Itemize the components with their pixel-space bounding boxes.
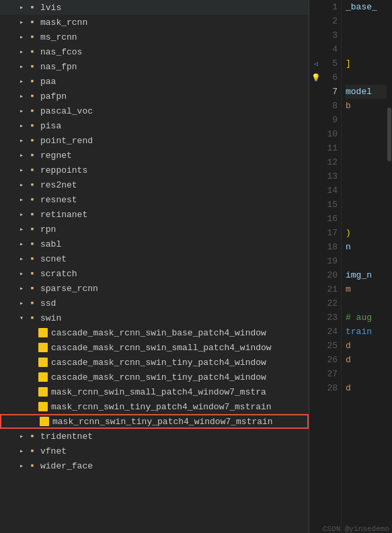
gutter-line-1	[309, 0, 323, 14]
item-label: cascade_mask_rcnn_swin_tiny_patch4_windo…	[51, 358, 266, 368]
line-num-10: 10	[323, 127, 343, 141]
line-num-12: 12	[323, 155, 343, 169]
code-line-27	[346, 367, 387, 381]
chevron-icon	[16, 165, 27, 175]
tree-item-ms-rcnn[interactable]: ms_rcnn	[0, 30, 309, 44]
tree-item-regnet[interactable]: regnet	[0, 148, 309, 163]
folder-icon	[27, 165, 38, 175]
chevron-icon	[16, 298, 27, 309]
tree-item-tridentnet[interactable]: tridentnet	[0, 429, 309, 444]
item-label: pafpn	[40, 91, 67, 101]
tree-item-mask-swin-tiny2[interactable]: mask_rcnn_swin_tiny_patch4_window7_mstra…	[0, 414, 309, 429]
chevron-icon	[16, 46, 27, 57]
chevron-icon	[16, 61, 27, 72]
item-label: swin	[40, 313, 61, 323]
chevron-icon	[16, 431, 27, 442]
tree-item-mask-swin-tiny1[interactable]: mask_rcnn_swin_tiny_patch4_window7_mstra…	[0, 399, 309, 414]
code-line-19	[346, 254, 387, 268]
tree-item-pisa[interactable]: pisa	[0, 118, 309, 133]
tree-item-cascade3[interactable]: cascade_mask_rcnn_swin_tiny_patch4_windo…	[0, 355, 309, 370]
line-num-14: 14	[323, 183, 343, 198]
tree-item-sparse-rcnn[interactable]: sparse_rcnn	[0, 281, 309, 296]
code-line-5: ]	[346, 56, 387, 71]
tree-item-resnest[interactable]: resnest	[0, 192, 309, 207]
tree-item-point-rend[interactable]: point_rend	[0, 133, 309, 148]
item-label: sparse_rcnn	[40, 284, 98, 294]
item-label: nas_fcos	[40, 47, 82, 57]
line-num-24: 24	[323, 325, 343, 339]
item-label: scnet	[40, 254, 67, 264]
code-line-20: img_n	[346, 268, 387, 282]
item-label: res2net	[40, 180, 77, 190]
line-num-21: 21	[323, 282, 343, 296]
code-line-4	[346, 42, 387, 56]
item-label: pascal_voc	[40, 106, 93, 116]
line-num-25: 25	[323, 339, 343, 353]
line-num-1: 1	[323, 0, 343, 14]
code-line-3	[346, 28, 387, 42]
code-line-6	[346, 71, 387, 85]
bookmark-icon: ◁	[314, 60, 318, 68]
tree-item-reppoints[interactable]: reppoints	[0, 163, 309, 177]
line-num-15: 15	[323, 198, 343, 212]
gutter-line-3	[309, 28, 323, 42]
code-line-13	[346, 169, 387, 183]
tree-item-ssd[interactable]: ssd	[0, 296, 309, 311]
tree-item-res2net[interactable]: res2net	[0, 177, 309, 192]
gutter-bookmark: ◁	[309, 56, 323, 71]
tree-item-vfnet[interactable]: vfnet	[0, 444, 309, 458]
tree-item-pascal-voc[interactable]: pascal_voc	[0, 104, 309, 118]
item-label: regnet	[40, 151, 72, 161]
code-line-7: model	[346, 85, 387, 99]
chevron-icon	[16, 313, 27, 323]
line-num-9: 9	[323, 113, 343, 127]
file-icon	[38, 372, 48, 382]
chevron-icon	[16, 209, 27, 220]
file-icon	[38, 386, 48, 397]
tree-item-wider-face[interactable]: wider_face	[0, 458, 309, 473]
tree-item-cascade4[interactable]: cascade_mask_rcnn_swin_tiny_patch4_windo…	[0, 370, 309, 384]
folder-icon	[27, 106, 38, 116]
folder-icon	[27, 91, 38, 101]
folder-icon	[27, 120, 38, 131]
folder-icon	[27, 253, 38, 264]
tree-item-swin[interactable]: swin	[0, 311, 309, 325]
gutter-line-4	[309, 42, 323, 56]
line-num-6: 6	[323, 71, 343, 85]
item-label: paa	[40, 77, 56, 87]
chevron-icon	[16, 150, 27, 161]
tree-item-mask-rcnn[interactable]: mask_rcnn	[0, 15, 309, 30]
item-label: rpn	[40, 224, 56, 235]
line-num-5: 5	[323, 56, 343, 71]
code-line-17: )	[346, 226, 387, 240]
tree-item-paa[interactable]: paa	[0, 74, 309, 89]
tree-item-sabl[interactable]: sabl	[0, 237, 309, 251]
code-line-23: # aug	[346, 311, 387, 325]
scrollbar-thumb[interactable]	[387, 108, 391, 161]
tree-item-scratch[interactable]: scratch	[0, 266, 309, 281]
folder-icon	[27, 283, 38, 294]
code-line-14	[346, 183, 387, 198]
lightbulb-icon: 💡	[311, 73, 321, 82]
tree-item-pafpn[interactable]: pafpn	[0, 89, 309, 104]
folder-icon	[27, 135, 38, 146]
chevron-icon	[16, 135, 27, 146]
tree-item-cascade1[interactable]: cascade_mask_rcnn_swin_base_patch4_windo…	[0, 325, 309, 340]
chevron-icon	[16, 179, 27, 190]
tree-item-retinanet[interactable]: retinanet	[0, 207, 309, 222]
file-icon	[39, 416, 50, 427]
tree-item-lvis[interactable]: lvis	[0, 0, 309, 15]
tree-item-scnet[interactable]: scnet	[0, 251, 309, 266]
tree-item-nas-fcos[interactable]: nas_fcos	[0, 44, 309, 59]
tree-item-rpn[interactable]: rpn	[0, 222, 309, 237]
folder-icon	[27, 224, 38, 235]
tree-item-nas-fpn[interactable]: nas_fpn	[0, 59, 309, 74]
item-label: resnest	[40, 195, 77, 205]
folder-icon	[27, 431, 38, 442]
code-line-1: _base_	[346, 0, 387, 14]
tree-item-mask-swin-small[interactable]: mask_rcnn_swin_small_patch4_window7_mstr…	[0, 384, 309, 399]
item-label: ms_rcnn	[40, 32, 77, 42]
tree-item-cascade2[interactable]: cascade_mask_rcnn_swin_small_patch4_wind…	[0, 340, 309, 355]
chevron-icon	[16, 120, 27, 131]
editor-scrollbar[interactable]	[387, 0, 392, 533]
